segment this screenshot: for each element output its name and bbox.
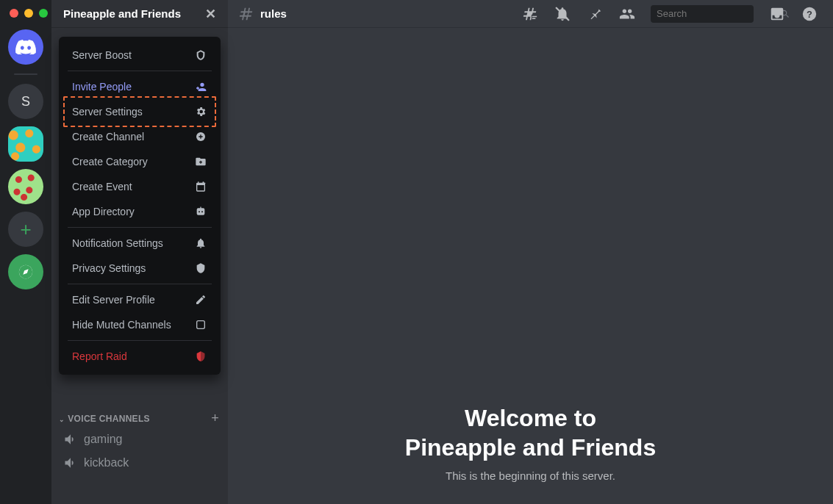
- invite-icon: [194, 80, 207, 93]
- menu-label: Notification Settings: [72, 237, 163, 249]
- welcome-line2: Pineapple and Friends: [405, 433, 656, 462]
- checkbox-icon: [194, 318, 207, 331]
- menu-create-channel[interactable]: Create Channel: [65, 124, 215, 149]
- window-controls: [10, 9, 48, 18]
- menu-label: Create Channel: [72, 131, 144, 143]
- threads-icon[interactable]: [521, 5, 539, 23]
- channel-name: gaming: [84, 433, 122, 446]
- speaker-icon: [63, 432, 78, 447]
- notifications-muted-icon[interactable]: [554, 5, 571, 23]
- maximize-window-button[interactable]: [39, 9, 48, 18]
- welcome-line1: Welcome to: [405, 403, 656, 433]
- category-voice-header[interactable]: ⌄VOICE CHANNELS +: [57, 399, 222, 428]
- menu-server-boost[interactable]: Server Boost: [65, 43, 215, 68]
- chevron-down-icon: ⌄: [59, 416, 65, 423]
- menu-separator: [68, 71, 212, 71]
- channel-topbar: rules ?: [228, 0, 833, 28]
- menu-invite-people[interactable]: Invite People: [65, 74, 215, 99]
- menu-app-directory[interactable]: App Directory: [65, 199, 215, 224]
- explore-servers-button[interactable]: [8, 254, 43, 289]
- menu-label: Server Settings: [72, 106, 143, 118]
- menu-label: Hide Muted Channels: [72, 319, 171, 331]
- server-name: Pineapple and Friends: [63, 7, 181, 20]
- voice-channel-kickback[interactable]: kickback: [57, 451, 222, 475]
- menu-label: Create Category: [72, 156, 148, 168]
- welcome-title: Welcome to Pineapple and Friends: [405, 403, 656, 462]
- close-window-button[interactable]: [10, 9, 18, 18]
- menu-create-category[interactable]: Create Category: [65, 149, 215, 174]
- folder-plus-icon: [194, 155, 207, 168]
- menu-label: App Directory: [72, 206, 135, 217]
- pencil-icon: [194, 293, 207, 306]
- discord-logo-icon: [15, 40, 36, 54]
- menu-privacy-settings[interactable]: Privacy Settings: [65, 256, 215, 281]
- svg-rect-5: [197, 321, 205, 329]
- welcome-subtitle: This is the beginning of this server.: [446, 469, 615, 482]
- plus-circle-icon: [194, 130, 207, 143]
- menu-label: Privacy Settings: [72, 262, 146, 274]
- welcome-area: Welcome to Pineapple and Friends This is…: [228, 28, 833, 504]
- menu-report-raid[interactable]: Report Raid: [65, 344, 215, 369]
- menu-server-settings[interactable]: Server Settings: [65, 99, 215, 124]
- shield-icon: [194, 262, 207, 275]
- members-icon[interactable]: [618, 5, 636, 23]
- add-server-button[interactable]: +: [8, 212, 43, 247]
- channel-title: rules: [260, 7, 287, 20]
- menu-separator: [68, 284, 212, 284]
- guild-separator: [14, 73, 37, 75]
- menu-label: Report Raid: [72, 350, 127, 362]
- svg-text:?: ?: [807, 8, 812, 19]
- menu-create-event[interactable]: Create Event: [65, 174, 215, 199]
- menu-separator: [68, 227, 212, 228]
- menu-separator: [68, 340, 212, 341]
- hash-icon: [238, 6, 254, 22]
- menu-label: Server Boost: [72, 49, 132, 61]
- guild-cherry[interactable]: [8, 169, 43, 204]
- speaker-icon: [63, 456, 78, 470]
- svg-point-1: [25, 271, 27, 273]
- server-header[interactable]: Pineapple and Friends ✕: [51, 0, 228, 28]
- menu-label: Edit Server Profile: [72, 294, 155, 306]
- menu-hide-muted[interactable]: Hide Muted Channels: [65, 312, 215, 337]
- boost-icon: [194, 48, 207, 62]
- bell-icon: [194, 237, 207, 250]
- calendar-plus-icon: [194, 180, 207, 193]
- close-icon: ✕: [205, 6, 216, 22]
- home-button[interactable]: [8, 29, 43, 65]
- menu-label: Create Event: [72, 181, 132, 192]
- pinned-icon[interactable]: [586, 5, 604, 23]
- guild-pineapple[interactable]: [8, 126, 43, 162]
- gear-icon: [194, 105, 207, 118]
- menu-edit-server-profile[interactable]: Edit Server Profile: [65, 287, 215, 312]
- inbox-icon[interactable]: [768, 5, 786, 23]
- add-channel-icon[interactable]: +: [211, 411, 219, 426]
- main-content: rules ? Welcome to Pineapple an: [228, 0, 833, 504]
- menu-label: Invite People: [72, 81, 132, 93]
- shield-alert-icon: [194, 350, 207, 363]
- guild-s[interactable]: S: [8, 84, 43, 119]
- compass-icon: [18, 264, 34, 280]
- search-input[interactable]: [657, 8, 780, 19]
- help-icon[interactable]: ?: [801, 5, 818, 23]
- server-dropdown-menu: Server Boost Invite People Server Settin…: [59, 37, 221, 375]
- guild-sidebar: S +: [0, 0, 51, 504]
- voice-channel-gaming[interactable]: gaming: [57, 428, 222, 451]
- menu-notification-settings[interactable]: Notification Settings: [65, 231, 215, 256]
- category-label: VOICE CHANNELS: [68, 414, 150, 424]
- robot-icon: [194, 205, 207, 218]
- channel-name: kickback: [84, 456, 129, 469]
- search-box[interactable]: [651, 5, 754, 23]
- minimize-window-button[interactable]: [24, 9, 33, 18]
